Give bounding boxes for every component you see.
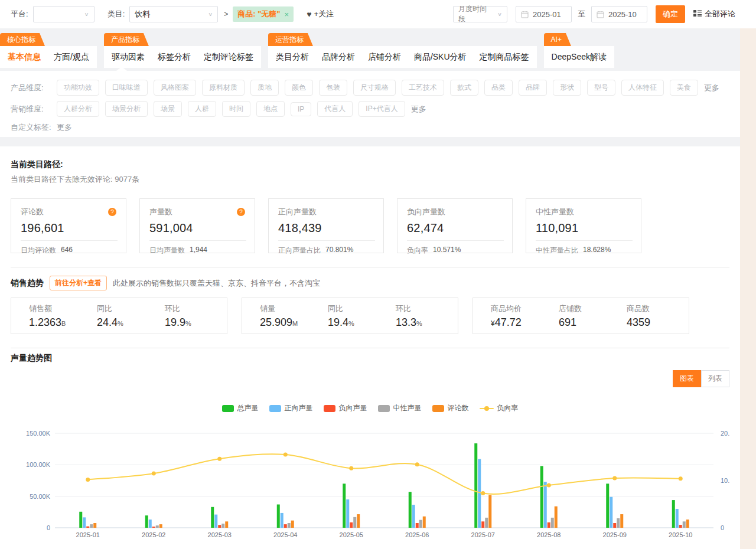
filter-chip[interactable]: 品牌 — [519, 80, 547, 96]
date-from-value: 2025-01 — [533, 10, 561, 19]
filter-chip[interactable]: 场景 — [154, 101, 182, 117]
tab-group-header: 运营指标 — [268, 33, 313, 46]
svg-text:2025-02: 2025-02 — [142, 531, 165, 538]
filter-chip[interactable]: 包装 — [319, 80, 347, 96]
filter-chip[interactable]: IP — [291, 102, 311, 116]
confirm-button[interactable]: 确定 — [656, 5, 685, 23]
tab-item[interactable]: 方面/观点 — [54, 52, 89, 63]
sales-metric: 同比24.4% — [85, 303, 153, 329]
filter-chip[interactable]: 原料材质 — [202, 80, 245, 96]
sales-metric-value: 13.3% — [396, 316, 452, 329]
chart-toggle-button[interactable]: 图表 — [673, 370, 701, 387]
legend-item[interactable]: 中性声量 — [378, 403, 422, 413]
filter-chip[interactable]: 口味味道 — [105, 80, 148, 96]
svg-text:2025-01: 2025-01 — [76, 531, 100, 538]
stat-card-foot-label: 正向声量占比 — [278, 246, 321, 256]
stat-card-top: 评论数? — [21, 207, 116, 217]
tab-item[interactable]: 定制评论标签 — [204, 52, 253, 63]
filter-chip[interactable]: 地点 — [256, 101, 285, 117]
stat-card-footer: 日均声量数1,944 — [149, 246, 245, 256]
stat-card: 声量数?591,004日均声量数1,944 — [139, 198, 255, 253]
tab-item[interactable]: 驱动因素 — [112, 52, 145, 63]
tab-groups: 核心指标基本信息方面/观点产品指标驱动因素标签分析定制评论标签运营指标类目分析品… — [0, 33, 740, 68]
svg-text:0: 0 — [721, 524, 724, 531]
filter-chip[interactable]: 工艺技术 — [402, 80, 444, 96]
tab-item[interactable]: 类目分析 — [276, 52, 309, 63]
follow-button[interactable]: ♥ +关注 — [307, 9, 334, 19]
more-link[interactable]: 更多 — [411, 104, 426, 115]
all-comments-button[interactable]: 全部评论 — [693, 9, 735, 19]
stat-card-footer: 日均评论数646 — [21, 246, 116, 256]
help-icon[interactable]: ? — [237, 208, 245, 216]
filter-chip[interactable]: 场景分析 — [105, 101, 148, 117]
date-from-input[interactable]: 2025-01 — [516, 6, 572, 22]
category-select[interactable]: 饮料 ∨ — [129, 6, 218, 22]
svg-text:50.00K: 50.00K — [30, 493, 51, 500]
tab-item[interactable]: 标签分析 — [158, 52, 191, 63]
stat-card-value: 62,474 — [407, 221, 503, 235]
more-link[interactable]: 更多 — [57, 122, 72, 133]
filter-chips: 功能功效口味味道风格图案原料材质质地颜色包装尺寸规格工艺技术款式品类品牌形状型号… — [57, 80, 719, 96]
filter-chip[interactable]: 款式 — [450, 80, 478, 96]
stat-card: 负向声量数62,474负向率10.571% — [397, 198, 513, 253]
value-unit: B — [61, 320, 66, 327]
product-filter-tag[interactable]: 商品: "无糖" × — [233, 6, 294, 22]
filter-chip[interactable]: 颜色 — [285, 80, 313, 96]
legend-item[interactable]: 评论数 — [432, 403, 469, 413]
stat-card-divider — [149, 240, 246, 241]
help-icon[interactable]: ? — [108, 208, 116, 216]
top-filter-bar: 平台: ∨ 类目: 饮料 ∨ > 商品: "无糖" × ♥ +关注 月度时间段 … — [0, 0, 756, 28]
main-panel: 当前类目路径: 当前类目路径下去除无效评论: 9077条 评论数?196,601… — [0, 146, 740, 549]
list-toggle-button[interactable]: 列表 — [701, 370, 729, 387]
legend-item[interactable]: 正向声量 — [269, 403, 313, 413]
tab-item[interactable]: 店铺分析 — [368, 52, 401, 63]
tab-item[interactable]: 品牌分析 — [322, 52, 355, 63]
platform-select[interactable]: ∨ — [33, 6, 94, 22]
legend-item[interactable]: 负向率 — [480, 403, 519, 413]
currency-prefix: ¥ — [491, 319, 495, 328]
period-type-value: 月度时间段 — [458, 4, 494, 24]
filter-chip[interactable]: 人群 — [188, 101, 216, 117]
filter-chip[interactable]: 型号 — [587, 80, 615, 96]
filter-chip[interactable]: 美食 — [670, 80, 698, 96]
date-to-input[interactable]: 2025-10 — [591, 6, 647, 22]
filter-chip[interactable]: 功能功效 — [57, 80, 99, 96]
filter-chip[interactable]: IP+代言人 — [359, 101, 405, 117]
stat-card-foot-label: 中性声量占比 — [536, 246, 578, 256]
sales-trend-title: 销售趋势 — [11, 278, 44, 289]
date-to-label: 至 — [578, 9, 585, 19]
filter-chip[interactable]: 时间 — [222, 101, 250, 117]
filter-row-label: 产品维度: — [11, 83, 57, 93]
filter-chip[interactable]: 尺寸规格 — [353, 80, 396, 96]
volume-chart-title: 声量趋势图 — [11, 353, 729, 364]
svg-text:2025-03: 2025-03 — [208, 531, 232, 538]
sales-metric: 销量25.909M — [248, 303, 316, 329]
filter-chip[interactable]: 形状 — [553, 80, 581, 96]
filter-chip[interactable]: 品类 — [484, 80, 513, 96]
tab-item[interactable]: 商品/SKU分析 — [414, 52, 467, 63]
sales-metric: 环比19.9% — [153, 303, 221, 329]
filter-chip[interactable]: 人群分析 — [57, 101, 99, 117]
filter-chip[interactable]: 质地 — [250, 80, 279, 96]
goto-analysis-button[interactable]: 前往分析+查看 — [50, 276, 107, 290]
tab-item[interactable]: 基本信息 — [8, 52, 41, 63]
filter-chip[interactable]: 代言人 — [317, 101, 353, 117]
stat-card-foot-value: 10.571% — [433, 246, 461, 256]
legend-item[interactable]: 总声量 — [222, 403, 259, 413]
tag-close-icon[interactable]: × — [285, 10, 289, 19]
stat-cards-row: 评论数?196,601日均评论数646声量数?591,004日均声量数1,944… — [11, 198, 729, 253]
legend-item[interactable]: 负向声量 — [324, 403, 367, 413]
sales-metric-value: 4359 — [627, 316, 683, 329]
filter-chip[interactable]: 人体特征 — [621, 80, 664, 96]
legend-swatch — [432, 405, 444, 412]
volume-chart: 050.00K100.00K150.00K010.00%20.00%2025-0… — [11, 416, 729, 545]
svg-text:2025-10: 2025-10 — [669, 531, 692, 538]
tab-item[interactable]: 定制商品标签 — [480, 52, 529, 63]
period-type-select[interactable]: 月度时间段 ∨ — [453, 6, 507, 22]
filter-chip[interactable]: 风格图案 — [154, 80, 196, 96]
tab-item[interactable]: DeepSeek解读 — [552, 52, 607, 63]
stat-card-value: 110,091 — [536, 221, 631, 235]
chevron-down-icon: ∨ — [497, 11, 502, 17]
more-link[interactable]: 更多 — [704, 83, 719, 93]
stat-card: 评论数?196,601日均评论数646 — [11, 198, 126, 253]
